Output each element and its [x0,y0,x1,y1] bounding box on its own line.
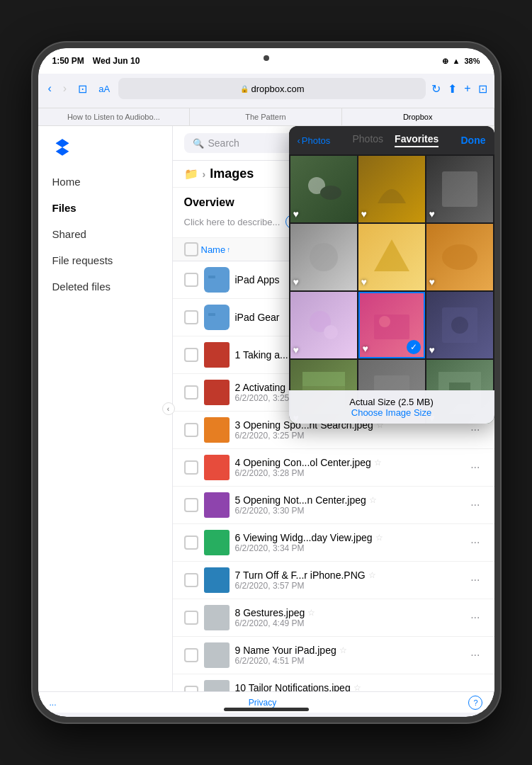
tab-audiobook[interactable]: How to Listen to Audiobo... [38,108,191,125]
status-bar: 1:50 PM Wed Jun 10 ⊕ ▲ 38% [38,48,494,74]
photo-cell-4[interactable]: ♥ [290,224,357,290]
photo-cell-6[interactable]: ♥ [426,224,493,290]
star-icon[interactable]: ☆ [369,495,377,505]
lock-icon: 🔒 [240,85,249,93]
sidebar-item-files[interactable]: Files [38,195,172,221]
more-options-button[interactable]: ··· [468,608,482,627]
file-checkbox[interactable] [184,385,198,400]
star-icon[interactable]: ☆ [339,645,347,655]
photo-bg-3 [426,156,493,222]
address-bar[interactable]: 🔒 dropbox.com [118,78,426,99]
photos-header: ‹ Photos Photos Favorites Done [289,126,494,154]
svg-rect-14 [374,314,409,339]
text-size-button[interactable]: aA [96,82,113,96]
photo-bg-6 [426,224,493,290]
file-checkbox[interactable] [184,310,198,324]
more-options-button[interactable]: ··· [468,458,482,477]
file-checkbox[interactable] [184,573,198,587]
list-item[interactable]: 4 Opening Con...ol Center.jpeg ☆ 6/2/202… [173,449,494,487]
tab-dropbox[interactable]: Dropbox [342,108,494,125]
photo-cell-9[interactable]: ♥ [426,292,493,358]
photo-cell-5[interactable]: ♥ [358,224,425,290]
more-options-button[interactable]: ··· [468,684,482,691]
star-icon[interactable]: ☆ [307,608,315,618]
back-button[interactable]: ‹ [45,81,55,96]
new-tab-button[interactable]: + [464,82,470,96]
tab-photos[interactable]: Photos [352,133,383,147]
file-checkbox[interactable] [184,686,198,691]
file-thumbnail [204,605,230,630]
ipad-device: 1:50 PM Wed Jun 10 ⊕ ▲ 38% ‹ › ⊡ aA 🔒 dr… [33,42,500,722]
file-date: 6/2/2020, 3:25 PM [235,431,463,441]
overview-placeholder[interactable]: Click here to describe... [184,217,281,227]
photo-cell-8[interactable]: ♥ ✓ [358,292,425,358]
sidebar-item-shared[interactable]: Shared [38,221,172,247]
more-actions-button[interactable]: ... [50,698,57,708]
forward-button[interactable]: › [60,81,69,96]
file-checkbox[interactable] [184,611,198,625]
list-item[interactable]: 5 Opening Not...n Center.jpeg ☆ 6/2/2020… [173,487,494,524]
file-info: 10 Tailor Notifications.jpeg ☆ 6/2/2020,… [235,682,463,691]
photo-cell-1[interactable]: ♥ [290,156,357,222]
file-checkbox[interactable] [184,498,198,512]
overview-title: Overview [184,196,234,209]
file-checkbox[interactable] [184,423,198,437]
breadcrumb-separator: › [203,169,206,180]
photos-back-button[interactable]: ‹ Photos [298,135,331,146]
reader-mode-button[interactable]: ⊡ [75,81,90,97]
photos-done-button[interactable]: Done [461,135,486,146]
sidebar-item-deletedfiles[interactable]: Deleted files [38,273,172,300]
tabs-button[interactable]: ⊡ [478,82,487,96]
share-button[interactable]: ⬆ [448,82,457,96]
file-checkbox[interactable] [184,536,198,550]
browser-chrome: ‹ › ⊡ aA 🔒 dropbox.com ↻ ⬆ + ⊡ [38,74,494,108]
star-icon[interactable]: ☆ [368,570,376,580]
photo-cell-7[interactable]: ♥ [290,292,357,358]
file-info: 6 Viewing Widg...day View.jpeg ☆ 6/2/202… [235,532,463,553]
heart-icon-6: ♥ [429,276,435,288]
file-checkbox[interactable] [184,273,198,287]
photo-cell-3[interactable]: ♥ [426,156,493,222]
star-icon[interactable]: ☆ [375,533,383,543]
list-item[interactable]: 6 Viewing Widg...day View.jpeg ☆ 6/2/202… [173,524,494,562]
browser-nav: ‹ › ⊡ aA 🔒 dropbox.com ↻ ⬆ + ⊡ [45,78,487,99]
file-checkbox[interactable] [184,648,198,662]
heart-icon-5: ♥ [361,276,367,288]
photo-cell-2[interactable]: ♥ [358,156,425,222]
choose-image-size-link[interactable]: Choose Image Size [298,407,486,418]
photo-bg-2 [358,156,425,222]
file-checkbox[interactable] [184,348,198,362]
star-icon[interactable]: ☆ [353,683,361,691]
tab-favorites[interactable]: Favorites [395,133,438,147]
more-options-button[interactable]: ··· [468,646,482,664]
sidebar-item-home[interactable]: Home [38,169,172,195]
select-all-checkbox[interactable] [184,242,198,256]
more-options-button[interactable]: ··· [468,571,482,589]
reload-button[interactable]: ↻ [431,82,441,96]
help-button[interactable]: ? [468,696,482,710]
list-item[interactable]: 10 Tailor Notifications.jpeg ☆ 6/2/2020,… [173,674,494,691]
list-item[interactable]: 8 Gestures.jpeg ☆ 6/2/2020, 4:49 PM ··· [173,599,494,637]
heart-icon-9: ♥ [429,344,435,356]
sidebar-collapse-button[interactable]: ‹ [162,402,175,415]
content-area: 🔍 Search 🔔 RB 📁 › Images [173,126,494,691]
sidebar-item-filerequests[interactable]: File requests [38,247,172,273]
svg-rect-3 [208,276,215,278]
privacy-link[interactable]: Privacy [249,698,276,708]
more-options-button[interactable]: ··· [468,496,482,514]
file-thumbnail [204,530,230,555]
more-options-button[interactable]: ··· [468,533,482,552]
breadcrumb-parent[interactable]: 📁 [184,167,198,181]
list-item[interactable]: 9 Name Your iPad.jpeg ☆ 6/2/2020, 4:51 P… [173,637,494,674]
file-name: 5 Opening Not...n Center.jpeg ☆ [235,494,463,506]
svg-point-15 [379,316,390,327]
list-item[interactable]: 7 Turn Off & F...r iPhone.PNG ☆ 6/2/2020… [173,562,494,599]
home-indicator[interactable] [224,708,309,711]
heart-icon-4: ♥ [293,276,299,288]
star-icon[interactable]: ☆ [374,458,382,468]
file-checkbox[interactable] [184,460,198,475]
sidebar: Home Files Shared File requests Deleted … [38,126,173,691]
folder-thumbnail [204,305,230,330]
search-text: Search [208,137,239,149]
tab-pattern[interactable]: The Pattern [190,108,342,125]
